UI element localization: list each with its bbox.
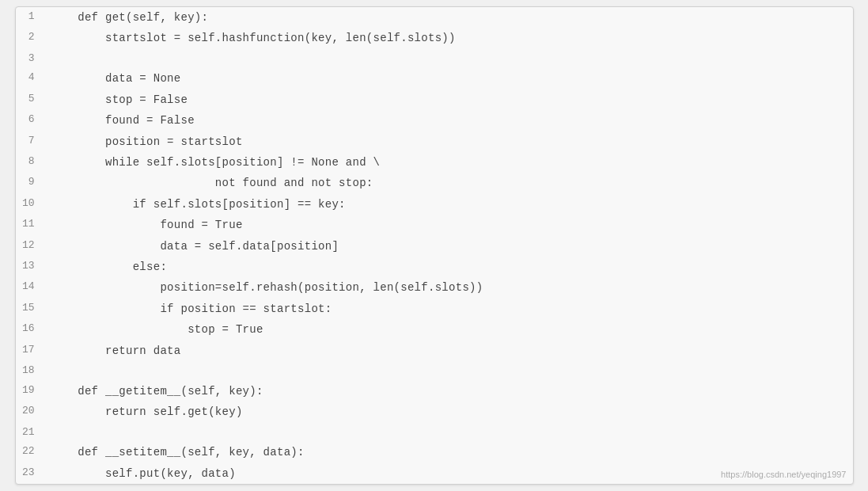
line-number: 6 (16, 110, 44, 131)
line-number: 8 (16, 152, 44, 173)
table-row: 6 found = False (16, 110, 853, 131)
line-number: 13 (16, 257, 44, 277)
code-line-content (44, 361, 853, 381)
watermark: https://blog.csdn.net/yeqing1997 (721, 470, 846, 479)
code-line-content: stop = False (44, 89, 853, 110)
code-line-content: return self.get(key) (44, 402, 853, 422)
code-line-content: def __getitem__(self, key): (44, 381, 853, 402)
line-number: 19 (16, 381, 44, 402)
table-row: 12 data = self.data[position] (16, 236, 853, 257)
line-number: 23 (16, 463, 44, 484)
table-row: 21 (16, 423, 853, 443)
code-line-content (44, 423, 853, 443)
line-number: 15 (16, 299, 44, 319)
table-row: 15 if position == startslot: (16, 299, 853, 319)
line-number: 9 (16, 173, 44, 193)
code-line-content: startslot = self.hashfunction(key, len(s… (44, 28, 853, 48)
code-line-content: stop = True (44, 319, 853, 340)
table-row: 8 while self.slots[position] != None and… (16, 152, 853, 173)
line-number: 12 (16, 236, 44, 257)
code-line-content: data = None (44, 68, 853, 89)
table-row: 19 def __getitem__(self, key): (16, 381, 853, 402)
table-row: 4 data = None (16, 68, 853, 89)
line-number: 11 (16, 215, 44, 235)
code-line-content: else: (44, 257, 853, 277)
code-line-content: position = startslot (44, 131, 853, 152)
table-row: 1 def get(self, key): (16, 7, 853, 28)
table-row: 5 stop = False (16, 89, 853, 110)
code-line-content: data = self.data[position] (44, 236, 853, 257)
code-line-content: position=self.rehash(position, len(self.… (44, 277, 853, 298)
code-line-content (44, 49, 853, 69)
code-line-content: while self.slots[position] != None and \ (44, 152, 853, 173)
code-line-content: def get(self, key): (44, 7, 853, 28)
table-row: 17 return data (16, 341, 853, 361)
code-line-content: return data (44, 341, 853, 361)
table-row: 14 position=self.rehash(position, len(se… (16, 277, 853, 298)
line-number: 17 (16, 341, 44, 361)
line-number: 18 (16, 361, 44, 381)
line-number: 7 (16, 131, 44, 152)
line-number: 2 (16, 28, 44, 48)
code-line-content: if self.slots[position] == key: (44, 194, 853, 215)
line-number: 21 (16, 423, 44, 443)
line-number: 10 (16, 194, 44, 215)
table-row: 22 def __setitem__(self, key, data): (16, 442, 853, 462)
code-table: 1 def get(self, key):2 startslot = self.… (16, 7, 853, 484)
line-number: 3 (16, 49, 44, 69)
table-row: 13 else: (16, 257, 853, 277)
table-row: 10 if self.slots[position] == key: (16, 194, 853, 215)
line-number: 16 (16, 319, 44, 340)
line-number: 5 (16, 89, 44, 110)
code-line-content: found = False (44, 110, 853, 131)
line-number: 14 (16, 277, 44, 298)
table-row: 9 not found and not stop: (16, 173, 853, 193)
line-number: 20 (16, 402, 44, 422)
line-number: 22 (16, 442, 44, 462)
line-number: 1 (16, 7, 44, 28)
table-row: 2 startslot = self.hashfunction(key, len… (16, 28, 853, 48)
code-container: 1 def get(self, key):2 startslot = self.… (15, 6, 854, 485)
table-row: 11 found = True (16, 215, 853, 235)
code-line-content: def __setitem__(self, key, data): (44, 442, 853, 462)
table-row: 18 (16, 361, 853, 381)
code-line-content: found = True (44, 215, 853, 235)
line-number: 4 (16, 68, 44, 89)
table-row: 20 return self.get(key) (16, 402, 853, 422)
table-row: 3 (16, 49, 853, 69)
table-row: 7 position = startslot (16, 131, 853, 152)
code-line-content: if position == startslot: (44, 299, 853, 319)
code-line-content: not found and not stop: (44, 173, 853, 193)
table-row: 16 stop = True (16, 319, 853, 340)
